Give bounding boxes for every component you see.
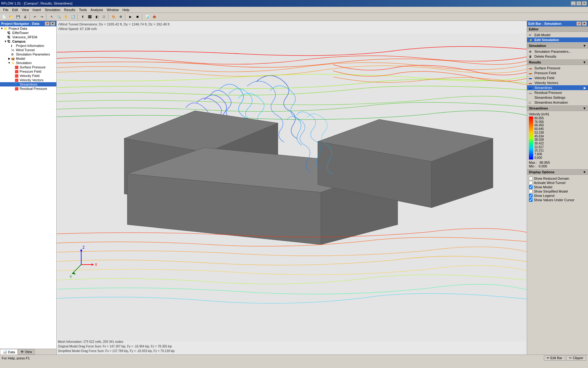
- menu-help[interactable]: Help: [121, 7, 131, 12]
- tb-simulation-stop[interactable]: ⏹: [134, 13, 141, 20]
- activate-wind-tunnel-checkbox[interactable]: [529, 181, 533, 185]
- tb-select[interactable]: ↖: [48, 13, 55, 20]
- tb-export[interactable]: 📤: [151, 13, 158, 20]
- simulation-params-item[interactable]: ⚙ Simulation Parameters...: [527, 49, 588, 54]
- close-button[interactable]: ✕: [582, 1, 587, 6]
- streamlines-settings-item[interactable]: Streamlines Settings: [527, 95, 588, 100]
- display-options-arrow: ▼: [583, 170, 586, 174]
- tb-view-top[interactable]: ⬆: [79, 13, 86, 20]
- clipper-tab[interactable]: ✂ Clipper: [566, 355, 586, 361]
- tree-item-label: Wind Tunnel: [16, 48, 35, 52]
- edit-bar-tab[interactable]: ✏ Edit Bar: [544, 355, 565, 361]
- tree-item[interactable]: 🟥 Residual Pressure: [0, 86, 56, 91]
- pressure-field-item[interactable]: ▬ Pressure Field: [527, 71, 588, 75]
- menu-analysis[interactable]: Analysis: [89, 7, 105, 12]
- tb-results[interactable]: 📊: [144, 13, 151, 20]
- tb-print[interactable]: 🖨: [22, 13, 28, 20]
- tb-render[interactable]: 🎨: [110, 13, 117, 20]
- right-panel-header: Edit Bar - Simulation 📌 ✕: [527, 21, 588, 26]
- maximize-button[interactable]: □: [576, 1, 581, 6]
- tree-item[interactable]: ▼ 📁 Project Data: [0, 26, 56, 31]
- tree-item-icon: ℹ: [11, 44, 16, 48]
- show-reduced-domain-checkbox[interactable]: [529, 177, 533, 180]
- results-section-content: ▬ Surface Pressure ▬ Pressure Field ▬ Ve…: [527, 65, 588, 105]
- tree-item-icon: 🏗: [7, 40, 12, 43]
- show-simplified-model-checkbox[interactable]: [529, 190, 533, 193]
- titlebar-controls[interactable]: _ □ ✕: [571, 1, 587, 6]
- tree-item-icon: 🟥: [15, 66, 20, 69]
- tree-item[interactable]: ℹ Project Information: [0, 44, 56, 48]
- right-panel-close[interactable]: ✕: [582, 21, 587, 26]
- tb-zoom[interactable]: 🔍: [55, 13, 62, 20]
- right-panel-pin[interactable]: 📌: [576, 21, 581, 26]
- original-drag-info: Original Model Drag Force Sum: Fx = 147.…: [58, 344, 175, 349]
- legend-title: Velocity [m/h]: [529, 112, 586, 116]
- activate-wind-tunnel-row: Activate Wind Tunnel: [529, 181, 586, 185]
- velocity-vectors-item[interactable]: ▬ Velocity Vectors: [527, 80, 588, 85]
- surface-pressure-item[interactable]: ▬ Surface Pressure: [527, 66, 588, 71]
- tree-item-label: Project Data: [9, 27, 27, 30]
- tree-item-label: Streamlines: [20, 82, 37, 86]
- menu-file[interactable]: File: [1, 7, 10, 12]
- menu-view[interactable]: View: [20, 7, 31, 12]
- menu-simulation[interactable]: Simulation: [43, 7, 62, 12]
- streamlines-icon: ▬: [529, 86, 534, 90]
- show-legend-checkbox[interactable]: [529, 194, 533, 197]
- help-text: For Help, press F1: [2, 356, 30, 360]
- viewport[interactable]: √Wind Tunnel Dimensions: Dx = 1935.42 ft…: [57, 21, 527, 355]
- tree-item[interactable]: 🏗 EiffelTower: [0, 31, 56, 35]
- left-panel-pin[interactable]: 📌: [45, 21, 50, 26]
- show-model-checkbox[interactable]: [529, 185, 533, 189]
- tb-view-iso[interactable]: ⬡: [100, 13, 107, 20]
- tree-item[interactable]: 🏗 Vokovice_RFEM: [0, 35, 56, 39]
- tree-item[interactable]: 🟦 Streamlines: [0, 82, 56, 86]
- minimize-button[interactable]: _: [571, 1, 576, 6]
- main-viewport-svg[interactable]: X Y Z: [57, 21, 527, 355]
- tree-item-label: Pressure Field: [20, 70, 41, 73]
- show-values-under-cursor-checkbox[interactable]: [529, 198, 533, 202]
- tb-rotate[interactable]: 🔄: [70, 13, 76, 20]
- delete-results-item[interactable]: 🗑 Delete Results: [527, 54, 588, 59]
- tree-item[interactable]: 🟥 Pressure Field: [0, 69, 56, 74]
- tb-redo[interactable]: ↪: [39, 13, 45, 20]
- menu-tools[interactable]: Tools: [77, 7, 89, 12]
- tree-item[interactable]: ⚙ Simulation Parameters: [0, 52, 56, 56]
- residual-pressure-item[interactable]: ▬ Residual Pressure: [527, 90, 588, 95]
- tree-item-icon: 🟦: [15, 83, 20, 86]
- streamlines-item[interactable]: ▬ Streamlines ▶: [527, 85, 588, 90]
- menu-edit[interactable]: Edit: [10, 7, 20, 12]
- tb-save[interactable]: 💾: [15, 13, 21, 20]
- tree-item[interactable]: ▼ 🏗 Campus: [0, 39, 56, 44]
- velocity-field-item[interactable]: ▬ Velocity Field: [527, 75, 588, 80]
- tb-simulation-run[interactable]: ▶: [127, 13, 134, 20]
- legend-val-3: 60.845: [534, 127, 544, 131]
- menu-window[interactable]: Window: [105, 7, 121, 12]
- tb-pan[interactable]: ✋: [62, 13, 69, 20]
- tree-item-label: Campus: [12, 40, 25, 43]
- left-panel-close[interactable]: ✕: [50, 21, 55, 26]
- tree-item[interactable]: 🌬 Wind Tunnel: [0, 48, 56, 52]
- tree-item[interactable]: 🟥 Velocity Field: [0, 74, 56, 78]
- tab-data[interactable]: 📊 Data: [0, 349, 18, 355]
- tab-view[interactable]: 👁 View: [18, 349, 35, 355]
- tb-settings[interactable]: ⚙: [117, 13, 124, 20]
- legend-section: Velocity [m/h] 80.855 76.056 68.450 60.8…: [527, 111, 588, 169]
- tb-view-front[interactable]: ⬛: [86, 13, 93, 20]
- tree-item[interactable]: 🟥 Velocity Vectors: [0, 78, 56, 82]
- tree-item[interactable]: 🟥 Surface Pressure: [0, 65, 56, 69]
- tb-sep2: [46, 14, 47, 20]
- tb-view-side[interactable]: ◧: [93, 13, 100, 20]
- legend-color-bar: [529, 117, 533, 159]
- edit-model-item[interactable]: ✏ Edit Model: [527, 33, 588, 37]
- menu-results[interactable]: Results: [62, 7, 77, 12]
- menu-insert[interactable]: Insert: [31, 7, 43, 12]
- streamlines-animation-item[interactable]: □ Streamlines Animation: [527, 100, 588, 105]
- results-section-arrow: ▼: [583, 60, 586, 64]
- tree-item[interactable]: ▶ 📦 Model: [0, 56, 56, 61]
- tb-open[interactable]: 📂: [8, 13, 14, 20]
- tb-new[interactable]: 📄: [1, 13, 7, 20]
- simplified-drag-info: Simplified Model Drag Force Sum: Fx = 13…: [58, 349, 175, 353]
- edit-simulation-item[interactable]: ⚡ Edit Simulation: [527, 37, 588, 42]
- tree-item[interactable]: ▼ ⚡ Simulation: [0, 61, 56, 65]
- tb-undo[interactable]: ↩: [32, 13, 38, 20]
